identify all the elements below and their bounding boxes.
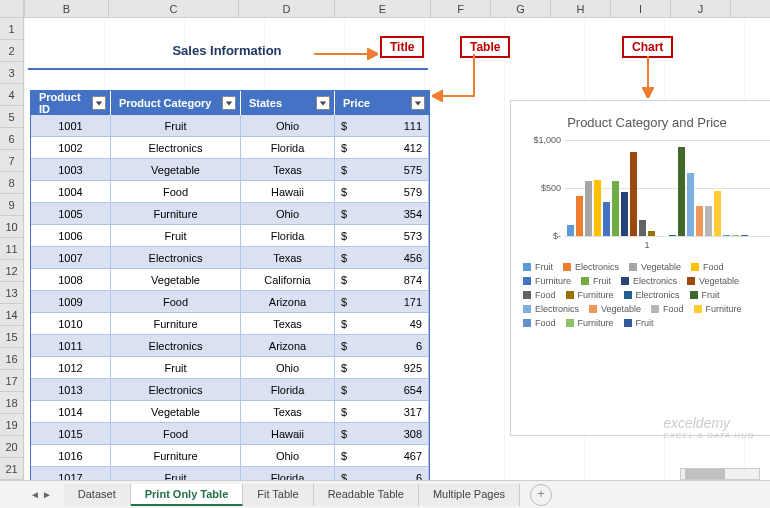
cell-category[interactable]: Furniture: [111, 445, 241, 467]
filter-dropdown-icon[interactable]: [316, 96, 330, 110]
table-row[interactable]: 1007ElectronicsTexas$456: [31, 247, 429, 269]
table-row[interactable]: 1008VegetableCalifornia$874: [31, 269, 429, 291]
cell-id[interactable]: 1013: [31, 379, 111, 401]
cell-category[interactable]: Electronics: [111, 379, 241, 401]
cell-price[interactable]: $49: [335, 313, 429, 335]
cell-id[interactable]: 1016: [31, 445, 111, 467]
cell-id[interactable]: 1015: [31, 423, 111, 445]
row-header-21[interactable]: 21: [0, 458, 23, 480]
column-header-I[interactable]: I: [611, 0, 671, 17]
cell-state[interactable]: Ohio: [241, 357, 335, 379]
cell-price[interactable]: $171: [335, 291, 429, 313]
table-row[interactable]: 1004FoodHawaii$579: [31, 181, 429, 203]
cell-category[interactable]: Electronics: [111, 137, 241, 159]
table-row[interactable]: 1005FurnitureOhio$354: [31, 203, 429, 225]
column-header-C[interactable]: C: [109, 0, 239, 17]
table-row[interactable]: 1006FruitFlorida$573: [31, 225, 429, 247]
cell-category[interactable]: Furniture: [111, 203, 241, 225]
select-all-corner[interactable]: [0, 0, 24, 17]
column-header-H[interactable]: H: [551, 0, 611, 17]
table-row[interactable]: 1010FurnitureTexas$49: [31, 313, 429, 335]
table-row[interactable]: 1002ElectronicsFlorida$412: [31, 137, 429, 159]
cell-state[interactable]: Texas: [241, 313, 335, 335]
cell-price[interactable]: $654: [335, 379, 429, 401]
cell-id[interactable]: 1007: [31, 247, 111, 269]
column-header-E[interactable]: E: [335, 0, 431, 17]
cell-price[interactable]: $467: [335, 445, 429, 467]
column-header-B[interactable]: B: [25, 0, 109, 17]
cell-state[interactable]: Hawaii: [241, 423, 335, 445]
cell-state[interactable]: Florida: [241, 137, 335, 159]
table-header-cell[interactable]: Price: [335, 91, 429, 115]
table-row[interactable]: 1003VegetableTexas$575: [31, 159, 429, 181]
cell-id[interactable]: 1008: [31, 269, 111, 291]
row-header-9[interactable]: 9: [0, 194, 23, 216]
cell-state[interactable]: Arizona: [241, 291, 335, 313]
row-header-12[interactable]: 12: [0, 260, 23, 282]
cell-category[interactable]: Electronics: [111, 335, 241, 357]
filter-dropdown-icon[interactable]: [222, 96, 236, 110]
column-header-J[interactable]: J: [671, 0, 731, 17]
sheet-tab[interactable]: Multiple Pages: [419, 484, 520, 506]
table-row[interactable]: 1013ElectronicsFlorida$654: [31, 379, 429, 401]
cell-price[interactable]: $412: [335, 137, 429, 159]
cell-state[interactable]: Ohio: [241, 445, 335, 467]
cell-category[interactable]: Furniture: [111, 313, 241, 335]
cell-category[interactable]: Vegetable: [111, 401, 241, 423]
sheet-tab[interactable]: Fit Table: [243, 484, 313, 506]
cell-category[interactable]: Electronics: [111, 247, 241, 269]
cell-price[interactable]: $456: [335, 247, 429, 269]
row-header-5[interactable]: 5: [0, 106, 23, 128]
column-header-F[interactable]: F: [431, 0, 491, 17]
cell-category[interactable]: Vegetable: [111, 269, 241, 291]
row-header-18[interactable]: 18: [0, 392, 23, 414]
row-header-14[interactable]: 14: [0, 304, 23, 326]
cell-category[interactable]: Fruit: [111, 115, 241, 137]
cell-price[interactable]: $354: [335, 203, 429, 225]
row-header-16[interactable]: 16: [0, 348, 23, 370]
cell-id[interactable]: 1001: [31, 115, 111, 137]
cell-id[interactable]: 1010: [31, 313, 111, 335]
cell-state[interactable]: Arizona: [241, 335, 335, 357]
cell-category[interactable]: Fruit: [111, 357, 241, 379]
cell-state[interactable]: Texas: [241, 159, 335, 181]
cell-price[interactable]: $573: [335, 225, 429, 247]
row-header-10[interactable]: 10: [0, 216, 23, 238]
cell-price[interactable]: $317: [335, 401, 429, 423]
cell-price[interactable]: $579: [335, 181, 429, 203]
cell-state[interactable]: Texas: [241, 247, 335, 269]
row-header-4[interactable]: 4: [0, 84, 23, 106]
sheet-tab[interactable]: Readable Table: [314, 484, 419, 506]
cell-price[interactable]: $575: [335, 159, 429, 181]
cell-category[interactable]: Fruit: [111, 225, 241, 247]
filter-dropdown-icon[interactable]: [411, 96, 425, 110]
grid-area[interactable]: Sales Information Product IDProduct Cate…: [24, 18, 770, 480]
row-header-13[interactable]: 13: [0, 282, 23, 304]
sheet-tab[interactable]: Dataset: [64, 484, 131, 506]
horizontal-scrollbar[interactable]: [680, 468, 760, 480]
table-row[interactable]: 1011ElectronicsArizona$6: [31, 335, 429, 357]
row-header-17[interactable]: 17: [0, 370, 23, 392]
cell-id[interactable]: 1006: [31, 225, 111, 247]
cell-state[interactable]: Texas: [241, 401, 335, 423]
table-row[interactable]: 1012FruitOhio$925: [31, 357, 429, 379]
row-header-2[interactable]: 2: [0, 40, 23, 62]
cell-id[interactable]: 1005: [31, 203, 111, 225]
table-row[interactable]: 1009FoodArizona$171: [31, 291, 429, 313]
cell-id[interactable]: 1014: [31, 401, 111, 423]
sheet-tab[interactable]: Print Only Table: [131, 484, 244, 506]
cell-state[interactable]: Ohio: [241, 115, 335, 137]
row-header-3[interactable]: 3: [0, 62, 23, 84]
table-header-cell[interactable]: States: [241, 91, 335, 115]
add-sheet-button[interactable]: +: [530, 484, 552, 506]
column-header-D[interactable]: D: [239, 0, 335, 17]
chart-panel[interactable]: Product Category and Price $-$500$1,000 …: [510, 100, 770, 436]
row-header-20[interactable]: 20: [0, 436, 23, 458]
cell-id[interactable]: 1012: [31, 357, 111, 379]
table-row[interactable]: 1016FurnitureOhio$467: [31, 445, 429, 467]
row-header-8[interactable]: 8: [0, 172, 23, 194]
cell-price[interactable]: $925: [335, 357, 429, 379]
cell-state[interactable]: Hawaii: [241, 181, 335, 203]
row-header-19[interactable]: 19: [0, 414, 23, 436]
cell-category[interactable]: Vegetable: [111, 159, 241, 181]
